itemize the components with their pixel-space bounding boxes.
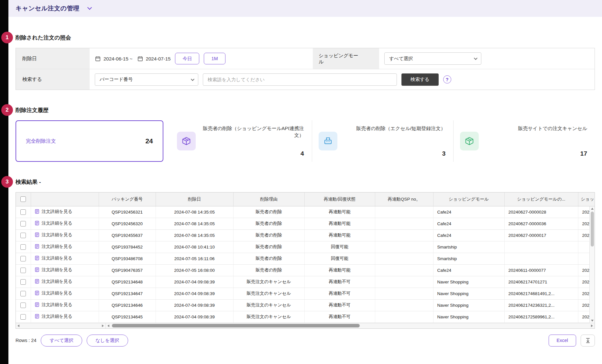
one-month-button[interactable]: 1M bbox=[204, 53, 225, 64]
cell-qsp-no bbox=[375, 206, 433, 218]
cell-qsp-no bbox=[375, 264, 433, 276]
scroll-left-icon[interactable] bbox=[107, 325, 109, 327]
vertical-scrollbar[interactable] bbox=[589, 206, 595, 323]
row-checkbox[interactable] bbox=[20, 233, 26, 238]
chevron-down-icon[interactable] bbox=[87, 5, 92, 10]
frozen-pane-scrollbar[interactable] bbox=[16, 323, 106, 328]
section2-title: 削除注文履歴 bbox=[16, 106, 49, 114]
order-detail-link[interactable]: 注文詳細を見る bbox=[34, 209, 72, 215]
page-title: キャンセル注文の管理 bbox=[16, 4, 80, 13]
cell-delete-reason: 販売者の削除 bbox=[233, 206, 304, 218]
cell-packing-number: QSP192134646 bbox=[99, 299, 156, 311]
mall-select-area: すべて選択 bbox=[379, 48, 487, 69]
order-detail-link[interactable]: 注文詳細を見る bbox=[34, 244, 72, 249]
row-checkbox[interactable] bbox=[20, 268, 26, 273]
order-detail-link[interactable]: 注文詳細を見る bbox=[34, 255, 72, 261]
cell-deleted-date: 2024-07-08 14:35:05 bbox=[156, 218, 233, 229]
vertical-scroll-thumb[interactable] bbox=[591, 212, 594, 247]
row-checkbox[interactable] bbox=[20, 244, 26, 250]
order-detail-link[interactable]: 注文詳細を見る bbox=[34, 267, 72, 273]
table-header-row: パッキング番号 削除日 削除理由 再連動/回復状態 再連動QSP no。 ショッ… bbox=[16, 193, 595, 206]
card-site-cancel[interactable]: 販売サイトでの注文キャンセル 17 bbox=[453, 120, 595, 162]
select-all-button[interactable]: すべて選択 bbox=[41, 335, 82, 347]
search-filter-panel: 削除日 2024-06-15 ~ 2024-07-15 今日 1M ショッピング… bbox=[16, 48, 595, 90]
export-button[interactable] bbox=[581, 335, 595, 347]
table-row: 注文詳細を見る QSP193784452 2024-07-08 10:41:10… bbox=[16, 241, 595, 253]
order-detail-link[interactable]: 注文詳細を見る bbox=[34, 232, 72, 238]
row-checkbox[interactable] bbox=[20, 279, 26, 285]
card-body: 販売者の削除（ショッピングモールAPI連携注文） 4 bbox=[202, 125, 304, 157]
order-detail-link-text: 注文詳細を見る bbox=[42, 244, 72, 249]
row-checkbox[interactable] bbox=[20, 303, 26, 308]
table-row: 注文詳細を見る QSP192456321 2024-07-08 14:35:05… bbox=[16, 206, 595, 218]
cell-mall-order-number bbox=[504, 241, 578, 253]
row-checkbox[interactable] bbox=[20, 221, 26, 226]
order-detail-link-text: 注文詳細を見る bbox=[42, 255, 72, 261]
row-checkbox[interactable] bbox=[20, 209, 26, 215]
cell-relink-status: 再連動可能 bbox=[304, 206, 375, 218]
order-detail-link[interactable]: 注文詳細を見る bbox=[34, 302, 72, 308]
row-checkbox[interactable] bbox=[20, 291, 26, 296]
help-icon[interactable]: ? bbox=[443, 75, 451, 83]
row-checkbox[interactable] bbox=[20, 256, 26, 261]
cell-mall: Cafe24 bbox=[433, 206, 504, 218]
order-detail-link[interactable]: 注文詳細を見る bbox=[34, 290, 72, 296]
date-to-picker[interactable]: 2024-07-15 bbox=[137, 56, 171, 62]
section1-title: 削除された注文の照会 bbox=[16, 34, 71, 41]
card-seller-delete-api[interactable]: 販売者の削除（ショッピングモールAPI連携注文） 4 bbox=[170, 120, 312, 162]
scroll-up-icon[interactable] bbox=[590, 206, 595, 211]
document-icon bbox=[34, 220, 40, 226]
select-none-button[interactable]: なしを選択 bbox=[87, 335, 128, 347]
scroll-right-icon[interactable] bbox=[102, 325, 104, 327]
cell-delete-reason: 販売者の削除 bbox=[233, 264, 304, 276]
card-label: 完全削除注文 bbox=[26, 138, 56, 145]
scroll-right-icon[interactable] bbox=[591, 325, 593, 327]
cell-relink-status: 再連動不可 bbox=[304, 276, 375, 288]
vertical-scroll-track[interactable] bbox=[590, 211, 595, 318]
card-seller-delete-excel[interactable]: 販売者の削除（エクセル/短期登録注文） 3 bbox=[312, 120, 454, 162]
search-button[interactable]: 検索する bbox=[401, 73, 439, 86]
scroll-down-icon[interactable] bbox=[590, 318, 595, 323]
order-detail-link[interactable]: 注文詳細を見る bbox=[34, 220, 72, 226]
search-keyword-input[interactable] bbox=[203, 73, 397, 86]
cell-mall-order-number: 2024062174236321,2... bbox=[504, 299, 578, 311]
main-pane-scrollbar[interactable] bbox=[106, 323, 595, 328]
today-button[interactable]: 今日 bbox=[175, 53, 199, 64]
column-header-mall-order: ショッピングモールの... bbox=[504, 193, 578, 206]
keyword-fields: バーコード番号 検索する ? bbox=[90, 69, 456, 90]
date-from-picker[interactable]: 2024-06-15 ~ bbox=[95, 56, 133, 62]
mall-select[interactable]: すべて選択 bbox=[384, 52, 481, 65]
excel-button[interactable]: Excel bbox=[549, 335, 576, 347]
scroll-left-icon[interactable] bbox=[17, 325, 19, 327]
cell-mall-order-number: 20240627-0000036 bbox=[504, 218, 578, 229]
horizontal-scrollbar[interactable] bbox=[16, 323, 595, 328]
select-all-checkbox[interactable] bbox=[20, 196, 26, 202]
cell-deleted-date: 2024-07-04 09:08:39 bbox=[156, 288, 233, 299]
chevron-down-icon bbox=[191, 77, 194, 81]
date-filter-label: 削除日 bbox=[16, 48, 90, 69]
mall-filter-label: ショッピングモール bbox=[313, 48, 379, 69]
order-detail-link[interactable]: 注文詳細を見る bbox=[34, 314, 72, 319]
card-complete-delete[interactable]: 完全削除注文 24 bbox=[16, 120, 163, 162]
mall-filter-label-text: ショッピングモール bbox=[319, 52, 361, 65]
column-header-qsp-no: 再連動QSP no。 bbox=[375, 193, 433, 206]
document-icon bbox=[34, 244, 40, 249]
card-label: 販売者の削除（ショッピングモールAPI連携注文） bbox=[202, 125, 304, 138]
cell-mall: Cafe24 bbox=[433, 218, 504, 229]
cell-qsp-no bbox=[375, 299, 433, 311]
table-footer: Rows : 24 すべて選択 なしを選択 Excel bbox=[16, 335, 595, 347]
cell-mall-order-number: 20240611-0000077 bbox=[504, 264, 578, 276]
order-detail-link-text: 注文詳細を見る bbox=[42, 314, 72, 319]
table-row: 注文詳細を見る QSP192455637 2024-07-08 14:35:05… bbox=[16, 229, 595, 241]
card-value: 3 bbox=[343, 150, 446, 157]
horizontal-scroll-thumb[interactable] bbox=[112, 324, 360, 327]
cell-delete-reason: 販売注文のキャンセル bbox=[233, 276, 304, 288]
card-value: 17 bbox=[485, 150, 587, 157]
package-icon bbox=[460, 132, 479, 150]
order-detail-link[interactable]: 注文詳細を見る bbox=[34, 279, 72, 284]
cell-mall: Naver Shopping bbox=[433, 276, 504, 288]
search-type-select[interactable]: バーコード番号 bbox=[95, 73, 198, 86]
cell-delete-reason: 販売注文のキャンセル bbox=[233, 311, 304, 323]
row-checkbox[interactable] bbox=[20, 314, 26, 320]
cell-qsp-no bbox=[375, 276, 433, 288]
